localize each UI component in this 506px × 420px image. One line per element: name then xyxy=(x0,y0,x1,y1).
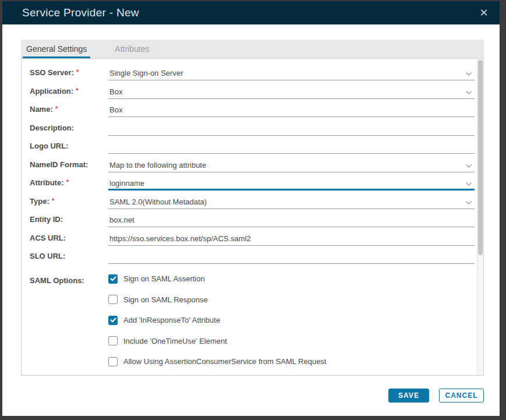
form-panel: SSO Server:*Single Sign-on ServerApplica… xyxy=(21,58,484,376)
required-asterisk: * xyxy=(76,68,79,77)
dialog-body: General Settings Attributes SSO Server:*… xyxy=(2,24,500,416)
field-label: Description: xyxy=(22,117,108,136)
tab-attributes[interactable]: Attributes xyxy=(111,40,153,58)
slo-url-input[interactable] xyxy=(108,246,475,264)
dialog-title: Service Provider - New xyxy=(22,6,139,19)
checkbox-row-include-onetimeuse-element[interactable]: Include 'OneTimeUse' Element xyxy=(108,331,483,352)
checkbox-label: Allow Using AssertionConsumerService fro… xyxy=(123,357,327,366)
field-value: loginname xyxy=(109,179,144,188)
field-label: Type:* xyxy=(22,190,108,209)
tab-bar: General Settings Attributes xyxy=(21,40,484,58)
field-label: Attribute:* xyxy=(22,172,108,191)
sso-server-select[interactable]: Single Sign-on Server xyxy=(108,62,475,81)
field-label-text: Attribute: xyxy=(30,178,64,187)
field-value: Single Sign-on Server xyxy=(109,69,183,77)
checkbox-row-sign-on-saml-assertion[interactable]: Sign on SAML Assertion xyxy=(108,269,483,290)
form-row-slo-url: SLO URL: xyxy=(22,246,483,264)
form-row-attribute: Attribute:*loginname xyxy=(22,172,483,191)
saml-options-label: SAML Options: xyxy=(22,269,108,372)
saml-options-list: Sign on SAML AssertionSign on SAML Respo… xyxy=(108,269,483,372)
field-value: SAML 2.0(Without Metadata) xyxy=(109,197,207,206)
field-label: Logo URL: xyxy=(22,136,108,154)
field-label-text: Description: xyxy=(30,123,74,132)
service-provider-dialog: Service Provider - New ✕ General Setting… xyxy=(2,1,500,416)
required-asterisk: * xyxy=(55,105,58,114)
field-label-text: NameID Format: xyxy=(30,160,88,169)
chevron-down-icon xyxy=(465,182,472,186)
application-select[interactable]: Box xyxy=(108,80,475,99)
type-select[interactable]: SAML 2.0(Without Metadata) xyxy=(108,190,475,209)
field-label: SLO URL: xyxy=(22,246,108,264)
tab-general-settings[interactable]: General Settings xyxy=(23,40,90,58)
chevron-down-icon xyxy=(465,72,472,76)
required-asterisk: * xyxy=(66,178,69,187)
form-row-description: Description: xyxy=(22,117,483,136)
field-label: Application:* xyxy=(22,80,108,99)
save-button[interactable]: SAVE xyxy=(388,389,429,403)
field-label-text: Logo URL: xyxy=(30,142,68,150)
field-value: Box xyxy=(109,87,122,96)
checkbox-label: Sign on SAML Assertion xyxy=(123,274,205,283)
checkbox-row-allow-using-assertionconsumerservice-from-saml-request[interactable]: Allow Using AssertionConsumerService fro… xyxy=(108,351,483,372)
chevron-down-icon xyxy=(465,164,472,168)
field-value: https://sso.services.box.net/sp/ACS.saml… xyxy=(109,234,251,243)
vertical-scrollbar[interactable] xyxy=(477,59,483,375)
chevron-down-icon xyxy=(465,200,472,205)
checkbox-row-add-inresponseto-attribute[interactable]: Add 'InResponseTo' Attribute xyxy=(108,310,483,331)
chevron-down-icon xyxy=(465,90,472,95)
field-label: Entity ID: xyxy=(22,209,108,228)
scrollbar-thumb[interactable] xyxy=(478,60,483,255)
field-label-text: Type: xyxy=(30,197,49,206)
field-label-text: SSO Server: xyxy=(30,68,74,77)
cancel-button[interactable]: CANCEL xyxy=(439,389,484,403)
checkbox-unchecked[interactable] xyxy=(108,295,118,304)
form-rows: SSO Server:*Single Sign-on ServerApplica… xyxy=(22,59,483,264)
modal-overlay: Service Provider - New ✕ General Setting… xyxy=(0,0,506,420)
entity-id-input[interactable]: box.net xyxy=(108,209,475,228)
checkbox-label: Add 'InResponseTo' Attribute xyxy=(123,316,220,324)
field-label-text: Name: xyxy=(30,105,53,114)
field-label-text: Entity ID: xyxy=(30,215,63,224)
field-value: box.net xyxy=(109,216,135,224)
nameid-format-select[interactable]: Map to the following attribute xyxy=(108,154,475,172)
form-row-name: Name:*Box xyxy=(22,99,483,118)
description-input[interactable] xyxy=(108,117,475,136)
checkbox-checked[interactable] xyxy=(108,316,118,325)
field-label-text: ACS URL: xyxy=(30,234,66,242)
dialog-titlebar: Service Provider - New ✕ xyxy=(2,1,500,24)
field-label-text: SLO URL: xyxy=(30,252,65,260)
checkbox-unchecked[interactable] xyxy=(108,357,118,366)
form-row-acs-url: ACS URL:https://sso.services.box.net/sp/… xyxy=(22,227,483,246)
form-row-nameid-format: NameID Format:Map to the following attri… xyxy=(22,154,483,172)
checkbox-label: Include 'OneTimeUse' Element xyxy=(123,337,227,345)
dialog-footer: SAVE CANCEL xyxy=(21,389,484,403)
name-input[interactable]: Box xyxy=(108,99,475,118)
checkbox-unchecked[interactable] xyxy=(108,336,118,345)
field-label: ACS URL: xyxy=(22,227,108,246)
field-label: NameID Format: xyxy=(22,154,108,172)
field-label-text: Application: xyxy=(30,87,73,96)
checkbox-checked[interactable] xyxy=(108,274,118,284)
close-icon[interactable]: ✕ xyxy=(477,6,490,19)
acs-url-input[interactable]: https://sso.services.box.net/sp/ACS.saml… xyxy=(108,227,475,246)
required-asterisk: * xyxy=(52,197,55,206)
check-icon xyxy=(110,317,116,323)
form-row-type: Type:*SAML 2.0(Without Metadata) xyxy=(22,190,483,209)
field-value: Box xyxy=(109,105,122,114)
attribute-select[interactable]: loginname xyxy=(108,172,475,191)
field-label: Name:* xyxy=(22,99,108,118)
checkbox-label: Sign on SAML Response xyxy=(123,295,208,304)
logo-url-input[interactable] xyxy=(108,136,475,154)
saml-options-section: SAML Options: Sign on SAML AssertionSign… xyxy=(22,264,483,372)
field-label: SSO Server:* xyxy=(22,62,108,81)
form-row-sso-server: SSO Server:*Single Sign-on Server xyxy=(22,62,483,81)
form-row-logo-url: Logo URL: xyxy=(22,136,483,154)
required-asterisk: * xyxy=(76,87,79,96)
form-row-entity-id: Entity ID:box.net xyxy=(22,209,483,228)
field-value: Map to the following attribute xyxy=(109,161,206,170)
checkbox-row-sign-on-saml-response[interactable]: Sign on SAML Response xyxy=(108,290,483,310)
form-row-application: Application:*Box xyxy=(22,80,483,99)
check-icon xyxy=(110,276,116,281)
